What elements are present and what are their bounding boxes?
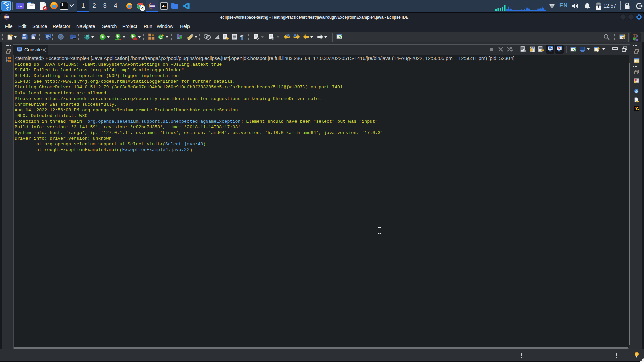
svg-text:4: 4 xyxy=(141,6,144,11)
svg-text:@: @ xyxy=(635,90,638,93)
svg-text:C: C xyxy=(159,35,162,40)
svg-text:J: J xyxy=(636,33,639,38)
svg-text:G: G xyxy=(636,107,639,111)
